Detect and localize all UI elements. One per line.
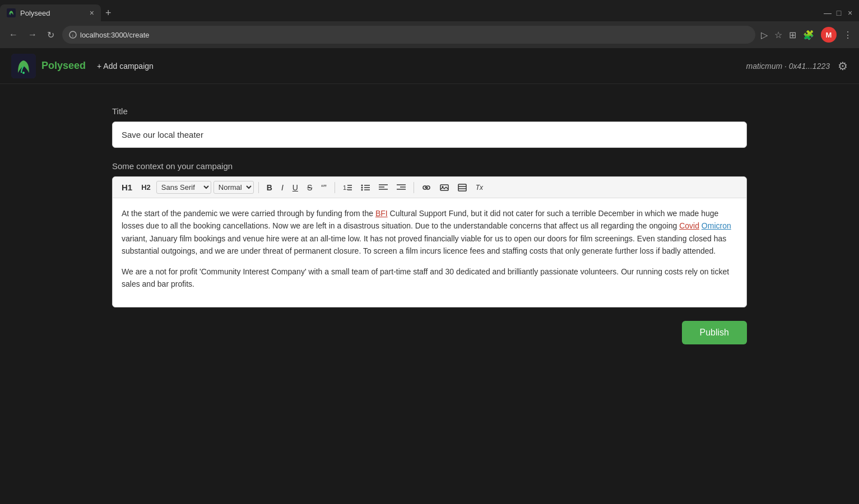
new-tab-button[interactable]: + [101, 7, 116, 19]
h2-button[interactable]: H2 [138, 181, 154, 194]
lock-icon: i [69, 31, 77, 39]
add-campaign-button[interactable]: + Add campaign [97, 62, 154, 71]
editor-container: H1 H2 Sans Serif Serif Monospace Normal … [112, 176, 747, 307]
svg-point-9 [361, 184, 363, 186]
address-bar: ← → ↻ i localhost:3000/create ▷ ☆ ⊞ 🧩 M … [0, 21, 859, 48]
svg-point-11 [361, 189, 363, 190]
align-left-icon [379, 183, 388, 192]
svg-text:i: i [72, 33, 73, 38]
toolbar-sep-3 [414, 182, 414, 193]
align-right-icon [397, 183, 406, 192]
toolbar-sep-1 [258, 182, 259, 193]
menu-button[interactable]: ⋮ [843, 30, 852, 40]
svg-point-10 [361, 186, 363, 188]
tab-favicon [7, 8, 16, 17]
unordered-list-button[interactable] [357, 181, 373, 194]
window-controls: — □ × [823, 8, 859, 17]
toolbar-sep-2 [335, 182, 335, 193]
editor-toolbar: H1 H2 Sans Serif Serif Monospace Normal … [113, 177, 746, 198]
puzzle-icon[interactable]: 🧩 [803, 30, 814, 40]
context-label: Some context on your campaign [112, 161, 747, 171]
svg-text:1.: 1. [343, 184, 348, 191]
image-icon [440, 183, 449, 192]
italic-button[interactable]: I [278, 181, 287, 194]
align-left-button[interactable] [375, 181, 391, 194]
ordered-list-button[interactable]: 1. [340, 181, 355, 194]
font-family-select[interactable]: Sans Serif Serif Monospace [156, 181, 211, 194]
publish-row: Publish [112, 321, 747, 344]
strikethrough-button[interactable]: S [304, 181, 315, 194]
cast-icon[interactable]: ▷ [761, 30, 768, 40]
forward-button[interactable]: → [26, 27, 39, 42]
editor-paragraph-1: At the start of the pandemic we were car… [122, 207, 737, 258]
svg-point-4 [22, 72, 25, 74]
main-content: Title Some context on your campaign H1 H… [0, 84, 859, 367]
add-campaign-label: + Add campaign [97, 62, 154, 71]
window-minimize-button[interactable]: — [823, 8, 832, 17]
logo-container: Polyseed [11, 54, 86, 78]
address-right-controls: ▷ ☆ ⊞ 🧩 M ⋮ [761, 27, 852, 43]
browser-chrome: Polyseed × + — □ × ← → ↻ i localhost:300… [0, 0, 859, 48]
quote-button[interactable]: “” [318, 181, 329, 194]
extensions-icon[interactable]: ⊞ [789, 30, 796, 40]
h1-button[interactable]: H1 [118, 180, 136, 194]
covid-link[interactable]: Covid [679, 221, 699, 230]
font-size-select[interactable]: Normal Small Large Huge [213, 181, 254, 194]
embed-button[interactable] [454, 181, 470, 194]
link-icon [422, 183, 431, 192]
publish-button[interactable]: Publish [682, 321, 747, 344]
wallet-address: maticmum · 0x41...1223 [746, 62, 830, 71]
header-right: maticmum · 0x41...1223 ⚙ [746, 59, 848, 73]
image-button[interactable] [437, 181, 452, 194]
user-avatar[interactable]: M [821, 27, 837, 43]
clear-format-button[interactable]: Tx [472, 181, 486, 194]
bookmark-icon[interactable]: ☆ [774, 30, 782, 40]
ul-icon [361, 183, 370, 192]
svg-rect-24 [458, 184, 466, 191]
editor-paragraph-2: We are a not for profit 'Community Inter… [122, 265, 737, 291]
active-tab[interactable]: Polyseed × [0, 4, 101, 21]
settings-icon[interactable]: ⚙ [838, 59, 848, 73]
refresh-button[interactable]: ↻ [45, 27, 57, 43]
ol-icon: 1. [343, 183, 352, 192]
embed-icon [458, 183, 467, 192]
app-header: Polyseed + Add campaign maticmum · 0x41.… [0, 48, 859, 84]
editor-body[interactable]: At the start of the pandemic we were car… [113, 198, 746, 307]
app-name: Polyseed [41, 60, 86, 72]
back-button[interactable]: ← [7, 27, 20, 42]
tab-close-button[interactable]: × [90, 8, 94, 17]
tab-title: Polyseed [20, 9, 85, 17]
bfi-link[interactable]: BFI [375, 209, 388, 218]
window-maximize-button[interactable]: □ [834, 8, 843, 17]
link-button[interactable] [419, 181, 434, 194]
omicron-link[interactable]: Omicron [702, 221, 731, 230]
title-input[interactable] [112, 122, 747, 148]
align-right-button[interactable] [393, 181, 409, 194]
polyseed-logo [11, 54, 36, 78]
title-label: Title [112, 106, 747, 116]
bold-button[interactable]: B [263, 181, 276, 194]
tab-bar: Polyseed × + — □ × [0, 0, 859, 21]
window-close-button[interactable]: × [846, 8, 855, 17]
url-text: localhost:3000/create [80, 31, 150, 39]
url-bar[interactable]: i localhost:3000/create [62, 26, 755, 44]
underline-button[interactable]: U [289, 181, 301, 194]
logo-icon [11, 54, 36, 78]
